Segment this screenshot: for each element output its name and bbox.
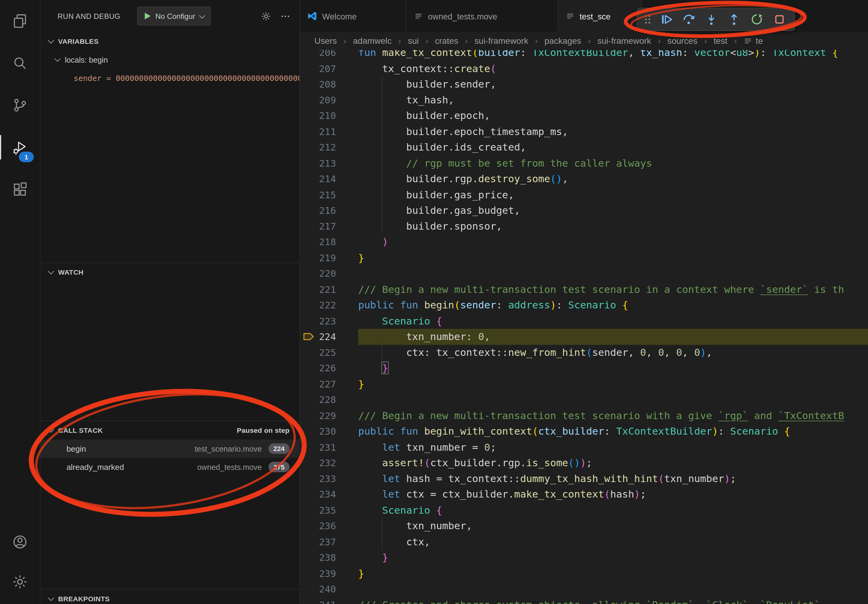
- tab-owned-tests-move[interactable]: owned_tests.move: [406, 0, 558, 32]
- line-number[interactable]: 213: [299, 155, 336, 171]
- line-number[interactable]: 221: [299, 282, 336, 297]
- continue-button[interactable]: [656, 11, 676, 28]
- code-editor[interactable]: 206fun make_tx_context(builder: TxContex…: [299, 50, 868, 604]
- call-stack-header[interactable]: CALL STACK Paused on step: [40, 421, 299, 440]
- breadcrumb-item[interactable]: sui-framework: [474, 36, 528, 46]
- line-number[interactable]: 215: [299, 187, 336, 203]
- step-over-button[interactable]: [678, 11, 699, 28]
- line-number[interactable]: 228: [299, 392, 336, 408]
- variable-value: sender = 0000000000000000000000000000000…: [74, 73, 300, 82]
- activity-settings[interactable]: [0, 562, 40, 602]
- code-text: }: [358, 360, 388, 376]
- breadcrumb-item[interactable]: test: [713, 36, 727, 46]
- line-number[interactable]: 218: [299, 234, 336, 250]
- breadcrumb-item[interactable]: sources: [667, 36, 698, 46]
- line-number[interactable]: 217: [299, 218, 336, 234]
- search-icon: [12, 55, 28, 71]
- step-out-button[interactable]: [724, 11, 744, 28]
- line-number[interactable]: 212: [299, 139, 336, 155]
- tab-welcome[interactable]: Welcome: [299, 0, 406, 32]
- variable-row-sender[interactable]: sender = 0000000000000000000000000000000…: [40, 69, 299, 87]
- line-number[interactable]: 206: [299, 50, 336, 60]
- run-debug-sidebar: RUN AND DEBUG No Configur VARIABLES loca…: [40, 0, 300, 604]
- code-text: Scenario {: [358, 502, 442, 518]
- step-into-button[interactable]: [701, 11, 722, 28]
- start-debug-icon[interactable]: [144, 12, 151, 20]
- variables-scope-row[interactable]: locals: begin: [40, 51, 299, 69]
- call-stack-frame[interactable]: already_markedowned_tests.move275: [40, 458, 299, 476]
- line-number[interactable]: 235: [299, 502, 336, 518]
- line-number[interactable]: 216: [299, 203, 336, 218]
- breadcrumb-item[interactable]: sui: [408, 36, 419, 46]
- line-number[interactable]: 226: [299, 360, 336, 376]
- code-line-227: 227}: [299, 376, 868, 392]
- line-number[interactable]: 236: [299, 518, 336, 534]
- line-number[interactable]: 210: [299, 108, 336, 124]
- stop-icon: [772, 12, 786, 26]
- frame-file: test_scenario.move: [195, 444, 268, 453]
- debug-config-dropdown[interactable]: No Configur: [137, 7, 211, 26]
- variables-header[interactable]: VARIABLES: [40, 32, 299, 51]
- breadcrumb-separator: ›: [704, 36, 707, 46]
- activity-source-control[interactable]: [0, 84, 40, 126]
- code-line-217: 217 builder.sponsor,: [299, 218, 868, 234]
- breadcrumb-item[interactable]: sui-framework: [597, 36, 651, 46]
- more-actions-icon[interactable]: [280, 11, 291, 21]
- stop-button[interactable]: [769, 11, 790, 28]
- code-line-214: 214 builder.rgp.destroy_some(),: [299, 171, 868, 187]
- frame-line-badge: 224: [268, 443, 290, 454]
- code-text: Scenario {: [358, 313, 442, 329]
- activity-search[interactable]: [0, 42, 40, 84]
- line-number[interactable]: 229: [299, 408, 336, 424]
- line-number[interactable]: 230: [299, 423, 336, 439]
- activity-extensions[interactable]: [0, 168, 40, 210]
- call-stack-frame[interactable]: begintest_scenario.move224: [40, 440, 299, 458]
- breadcrumb: Users›adamwelc›sui›crates›sui-framework›…: [299, 32, 868, 50]
- activity-run-debug[interactable]: 1: [0, 126, 40, 168]
- breadcrumb-item-file[interactable]: te: [744, 36, 763, 46]
- line-number[interactable]: 214: [299, 171, 336, 187]
- line-number[interactable]: 239: [299, 565, 336, 581]
- breadcrumb-item[interactable]: crates: [435, 36, 458, 46]
- debug-settings-gear-icon[interactable]: [260, 11, 271, 21]
- code-text: txn_number: 0,: [358, 329, 490, 345]
- line-number[interactable]: 231: [299, 439, 336, 455]
- line-number[interactable]: 232: [299, 455, 336, 471]
- watch-header[interactable]: WATCH: [40, 263, 299, 281]
- activity-explorer[interactable]: [0, 0, 40, 42]
- line-number[interactable]: 233: [299, 471, 336, 486]
- line-number[interactable]: 234: [299, 486, 336, 502]
- line-number[interactable]: 220: [299, 266, 336, 282]
- code-text: /// Begin a new multi-transaction test s…: [358, 408, 844, 424]
- call-stack-section: CALL STACK Paused on step begintest_scen…: [40, 421, 299, 589]
- line-number[interactable]: 209: [299, 92, 336, 108]
- code-text: builder.epoch,: [358, 108, 490, 124]
- tab-test-sce[interactable]: test_sce: [558, 0, 642, 32]
- breadcrumb-item[interactable]: Users: [315, 36, 337, 46]
- line-number[interactable]: 227: [299, 376, 336, 392]
- activity-account[interactable]: [0, 522, 40, 562]
- code-line-207: 207 tx_context::create(: [299, 60, 868, 76]
- restart-button[interactable]: [746, 11, 767, 28]
- breadcrumb-item[interactable]: packages: [544, 36, 581, 46]
- line-number[interactable]: 237: [299, 534, 336, 550]
- line-number[interactable]: 222: [299, 297, 336, 313]
- line-number[interactable]: 208: [299, 76, 336, 92]
- breakpoints-header[interactable]: BREAKPOINTS: [40, 590, 299, 604]
- line-number[interactable]: 240: [299, 581, 336, 597]
- line-number[interactable]: 223: [299, 313, 336, 329]
- line-number[interactable]: 238: [299, 550, 336, 565]
- code-text: /// Creates and shares system objects, a…: [358, 597, 820, 604]
- code-text: let txn_number = 0;: [358, 439, 496, 455]
- toolbar-grip-icon[interactable]: [642, 11, 654, 28]
- line-number[interactable]: 207: [299, 60, 336, 76]
- line-number[interactable]: 241: [299, 597, 336, 604]
- code-line-234: 234 let ctx = ctx_builder.make_tx_contex…: [299, 486, 868, 502]
- code-line-226: 226 }: [299, 360, 868, 376]
- line-number[interactable]: 211: [299, 124, 336, 139]
- line-number[interactable]: 224: [299, 329, 336, 345]
- breadcrumb-item[interactable]: adamwelc: [353, 36, 392, 46]
- line-number[interactable]: 225: [299, 345, 336, 360]
- line-number[interactable]: 219: [299, 250, 336, 266]
- file-icon: [744, 37, 752, 45]
